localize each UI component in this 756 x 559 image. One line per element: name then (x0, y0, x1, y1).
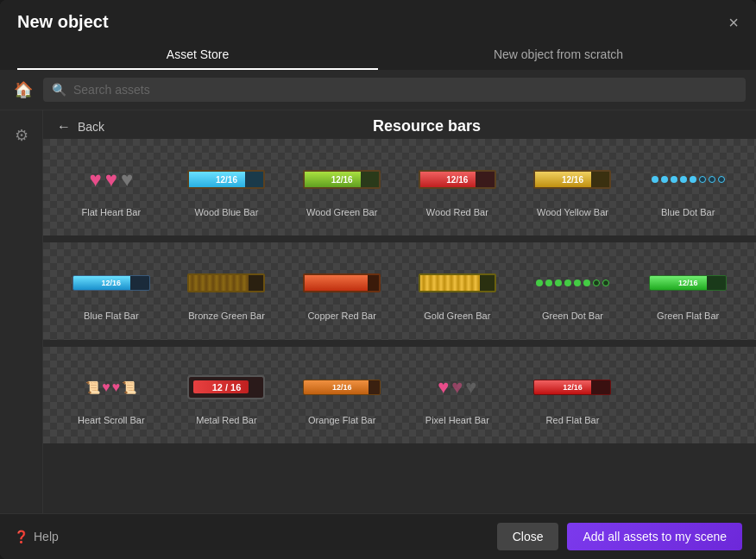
asset-preview: 12/16 (289, 158, 394, 201)
asset-label: Green Flat Bar (657, 310, 719, 322)
asset-preview: 12/16 (405, 158, 510, 201)
filter-button[interactable]: ⚙ (8, 119, 35, 152)
list-item[interactable]: ♥ ♥ ♥ Pixel Heart Bar (400, 357, 515, 433)
asset-preview: 12/16 (520, 366, 626, 409)
asset-row-3: 📜 ♥ ♥ 📜 Heart Scroll Bar (43, 347, 756, 443)
tab-new-from-scratch[interactable]: New object from scratch (378, 41, 739, 70)
list-item[interactable]: 12 / 16 Metal Red Bar (169, 357, 285, 433)
search-input[interactable] (73, 83, 737, 97)
asset-label: Wood Blue Bar (195, 206, 259, 218)
list-item[interactable]: 12/16 Blue Flat Bar (54, 253, 169, 329)
heart-full-icon: ♥ (105, 167, 117, 192)
heart-empty-icon: ♥ (121, 167, 133, 192)
asset-label: Metal Red Bar (196, 414, 256, 426)
asset-label: Copper Red Bar (307, 310, 376, 322)
asset-preview: 📜 ♥ ♥ 📜 (59, 366, 164, 409)
list-item[interactable]: Gold Green Bar (400, 253, 515, 329)
tab-asset-store[interactable]: Asset Store (17, 41, 378, 70)
new-object-modal: New object × Asset Store New object from… (0, 0, 756, 559)
list-item[interactable]: 12/16 Wood Blue Bar (169, 149, 285, 225)
asset-label: Wood Red Bar (426, 206, 488, 218)
asset-row-1: ♥ ♥ ♥ Flat Heart Bar (43, 139, 756, 236)
list-item[interactable]: 12/16 Orange Flat Bar (284, 357, 400, 433)
asset-preview: ♥ ♥ ♥ (405, 366, 510, 409)
asset-preview: 12/16 (174, 158, 280, 201)
help-label: Help (34, 530, 59, 543)
list-item[interactable]: Copper Red Bar (284, 253, 400, 329)
asset-label: Flat Heart Bar (82, 206, 141, 218)
footer: ❓ Help Close Add all assets to my scene (0, 513, 756, 559)
asset-preview: 12/16 (635, 261, 740, 305)
asset-row-2: 12/16 Blue Flat Bar Bronze Green Bar (43, 242, 756, 339)
list-item[interactable]: 12/16 Wood Yellow Bar (515, 149, 631, 225)
asset-preview: 12/16 (520, 158, 626, 201)
asset-preview: 12/16 (59, 261, 164, 305)
asset-label: Blue Dot Bar (661, 206, 715, 218)
list-item[interactable]: 📜 ♥ ♥ 📜 Heart Scroll Bar (54, 357, 169, 433)
search-box: 🔍 (43, 78, 746, 102)
close-icon[interactable]: × (728, 14, 739, 31)
back-button[interactable]: ← (57, 119, 71, 135)
home-button[interactable]: 🏠 (10, 77, 36, 103)
help-button[interactable]: ❓ Help (14, 530, 59, 543)
close-button[interactable]: Close (497, 523, 559, 550)
asset-preview: ♥ ♥ ♥ (59, 158, 164, 201)
asset-preview (289, 261, 394, 305)
asset-label: Blue Flat Bar (84, 310, 139, 322)
asset-label: Wood Yellow Bar (537, 206, 608, 218)
asset-label: Wood Green Bar (306, 206, 377, 218)
sidebar: ⚙ (0, 110, 43, 513)
list-item[interactable]: ♥ ♥ ♥ Flat Heart Bar (54, 149, 169, 225)
help-icon: ❓ (14, 530, 28, 543)
list-item[interactable]: Blue Dot Bar (630, 149, 746, 225)
heart-full-icon: ♥ (89, 167, 101, 192)
list-item[interactable]: 12/16 Red Flat Bar (515, 357, 631, 433)
asset-label: Gold Green Bar (424, 310, 490, 322)
main-area: ← Back Resource bars ♥ ♥ ♥ (43, 110, 756, 513)
asset-preview (520, 261, 626, 305)
asset-label: Orange Flat Bar (308, 414, 375, 426)
asset-label: Heart Scroll Bar (78, 414, 145, 426)
section-title: Resource bars (111, 117, 742, 135)
list-item (630, 357, 746, 433)
modal-header: New object × Asset Store New object from… (0, 0, 756, 70)
list-item[interactable]: 12/16 Green Flat Bar (630, 253, 746, 329)
asset-label: Red Flat Bar (546, 414, 600, 426)
content-area: ⚙ ← Back Resource bars ♥ ♥ (0, 110, 756, 513)
tab-bar: Asset Store New object from scratch (17, 41, 739, 70)
section-header: ← Back Resource bars (43, 110, 756, 139)
modal-title: New object (17, 12, 109, 32)
asset-label: Bronze Green Bar (188, 310, 265, 322)
asset-preview: 12 / 16 (174, 366, 280, 409)
asset-preview (174, 261, 280, 305)
search-icon: 🔍 (52, 83, 66, 97)
list-item[interactable]: Bronze Green Bar (169, 253, 285, 329)
list-item[interactable]: Green Dot Bar (515, 253, 631, 329)
asset-preview (405, 261, 510, 305)
back-label: Back (78, 120, 104, 134)
asset-label: Green Dot Bar (542, 310, 603, 322)
footer-actions: Close Add all assets to my scene (497, 523, 742, 550)
list-item[interactable]: 12/16 Wood Red Bar (400, 149, 515, 225)
add-all-button[interactable]: Add all assets to my scene (567, 523, 742, 550)
asset-preview: 12/16 (289, 366, 394, 409)
asset-label: Pixel Heart Bar (425, 414, 489, 426)
asset-preview (635, 158, 740, 201)
list-item[interactable]: 12/16 Wood Green Bar (284, 149, 400, 225)
toolbar: 🏠 🔍 (0, 70, 756, 110)
